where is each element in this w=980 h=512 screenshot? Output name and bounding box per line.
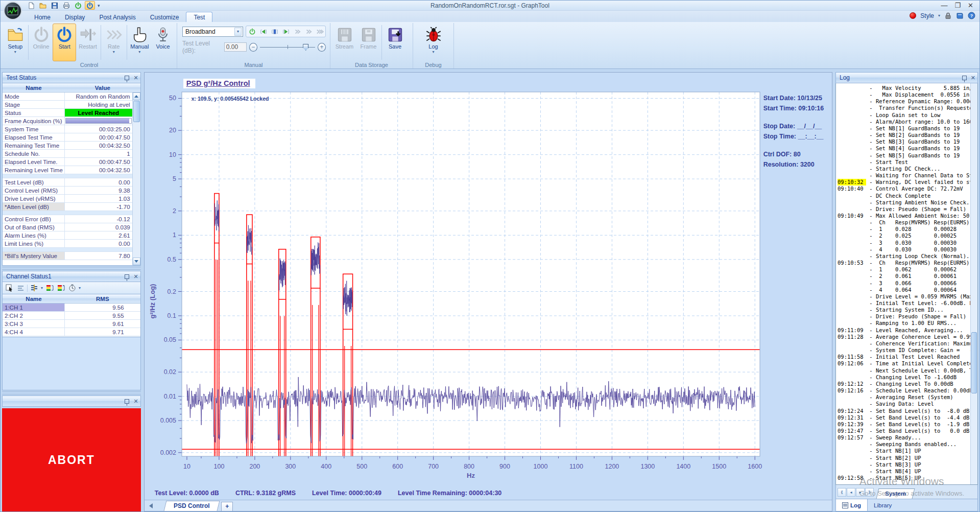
prev-page-button[interactable]: ◂ [847, 488, 855, 497]
lock-button[interactable] [944, 12, 952, 19]
column-header-rms[interactable]: RMS [65, 294, 140, 303]
channel-row[interactable]: 3:CH 39.61 [3, 320, 140, 328]
band-hold-button[interactable] [269, 27, 280, 36]
rate-button[interactable]: Rate ▾ [102, 24, 126, 61]
band-skip-all-button[interactable] [314, 27, 325, 36]
timer-button[interactable] [67, 284, 77, 293]
slider-thumb[interactable] [303, 44, 308, 51]
pin-icon[interactable] [125, 274, 129, 279]
table-row[interactable]: Remaining Test Time00:04:32.50 [3, 142, 132, 150]
table-row[interactable]: Out of Band (RMS)0.039 [3, 223, 132, 231]
qat-customize-caret[interactable]: ▾ [98, 3, 100, 8]
tab-test[interactable]: Test [186, 12, 212, 22]
app-orb-button[interactable] [4, 2, 22, 20]
tab-customize[interactable]: Customize [143, 12, 186, 22]
column-config-caret-icon[interactable]: ▾ [41, 286, 43, 290]
limit-display-button[interactable] [45, 284, 54, 293]
table-row[interactable]: StatusLevel Reached [3, 109, 132, 117]
pin-icon[interactable] [125, 76, 129, 80]
table-row[interactable]: Limit Lines (%)0.00 [3, 240, 132, 248]
add-tab-button[interactable]: + [221, 502, 233, 511]
table-row[interactable]: ModeRandom on Random [3, 92, 132, 101]
manual-book-button[interactable] [956, 12, 964, 19]
table-row[interactable]: Control Error (dB)-0.12 [3, 215, 132, 223]
save-data-button[interactable]: Save [383, 24, 407, 61]
test-status-scrollbar[interactable] [132, 92, 140, 265]
open-file-button[interactable] [38, 1, 48, 10]
table-row[interactable]: StageHolding at Level [3, 101, 132, 109]
stream-button[interactable]: Stream [332, 24, 356, 61]
log-scrollbar[interactable] [970, 83, 977, 484]
table-row[interactable]: Control Level (RMS)9.38 [3, 187, 132, 195]
table-row[interactable]: *Bill's Mystery Value7.80 [3, 252, 132, 260]
level-decrease-button[interactable]: − [249, 43, 257, 52]
timer-caret-icon[interactable]: ▾ [79, 286, 81, 290]
record-stop-indicator[interactable] [910, 12, 916, 19]
manual-button[interactable]: Manual ▾ [128, 24, 152, 61]
table-row[interactable]: Alarm Lines (%)2.61 [3, 231, 132, 240]
band-skip-button-2[interactable] [303, 27, 314, 36]
online-button[interactable]: Online [30, 24, 53, 61]
tab-home[interactable]: Home [27, 12, 58, 22]
table-row[interactable]: Test Level (dB)0.00 [3, 178, 132, 187]
close-button[interactable]: ✕ [968, 2, 973, 9]
combobox-caret-icon[interactable]: ▾ [234, 28, 242, 36]
column-header-name[interactable]: Name [3, 83, 65, 92]
level-slider[interactable] [260, 43, 316, 51]
voice-button[interactable]: Voice [151, 24, 175, 61]
pin-icon[interactable] [125, 399, 129, 404]
table-row[interactable]: Elapsed Test Time00:00:47.50 [3, 133, 132, 142]
tab-psd-control[interactable]: PSD Control [163, 501, 220, 511]
broadband-combobox[interactable]: Broadband ▾ [182, 27, 243, 37]
panel-splitter[interactable] [2, 391, 141, 394]
restart-button[interactable]: Restart [76, 24, 100, 61]
psd-chart[interactable]: 5020105210.50.20.10.050.020.010.0050.002… [145, 73, 833, 501]
panel-splitter[interactable] [2, 267, 141, 270]
close-panel-icon[interactable]: ✕ [133, 75, 138, 81]
last-page-button[interactable]: ⟫ [865, 488, 874, 497]
pin-icon[interactable] [962, 76, 967, 80]
minimize-button[interactable]: — [941, 2, 947, 9]
first-page-button[interactable]: ⟪ [838, 488, 846, 497]
table-row[interactable]: System Time00:03:25.00 [3, 125, 132, 133]
close-panel-icon[interactable]: ✕ [971, 75, 975, 81]
log-scrollbar-thumb[interactable] [971, 332, 977, 393]
scrollbar-thumb[interactable] [133, 101, 140, 122]
channel-row[interactable]: 4:CH 49.71 [3, 328, 140, 336]
style-menu[interactable]: Style [920, 12, 934, 19]
style-caret-icon[interactable]: ▾ [938, 13, 940, 18]
print-button[interactable] [61, 1, 71, 10]
column-header-name[interactable]: Name [3, 294, 65, 303]
column-header-value[interactable]: Value [65, 83, 140, 92]
tab-log[interactable]: Log [836, 499, 868, 511]
select-cursor-button[interactable] [5, 284, 14, 293]
scroll-up-button[interactable] [133, 92, 140, 100]
maximize-button[interactable]: ❐ [954, 2, 961, 9]
start-button[interactable]: Start [53, 24, 76, 61]
test-level-input[interactable] [224, 42, 247, 52]
tab-system[interactable]: System [876, 488, 915, 499]
new-document-button[interactable] [26, 1, 36, 10]
tab-scroll-left-button[interactable] [145, 500, 158, 511]
table-row[interactable]: Remaining Level Time00:04:32.50 [3, 166, 132, 174]
limit-display-alt-button[interactable] [56, 284, 65, 293]
help-button[interactable]: ? [968, 12, 975, 19]
band-step-forward-button[interactable] [280, 27, 291, 36]
table-row[interactable]: *Atten Level (dB)-1.70 [3, 203, 132, 211]
level-increase-button[interactable]: + [318, 43, 326, 52]
table-row[interactable]: Drive Level (vRMS)1.03 [3, 195, 132, 203]
log-button[interactable]: Log ▾ [421, 24, 445, 61]
power-active-button[interactable] [85, 1, 95, 10]
close-panel-icon[interactable]: ✕ [133, 274, 138, 280]
save-file-button[interactable] [50, 1, 60, 10]
power-on-button[interactable] [73, 1, 83, 10]
channel-row[interactable]: 2:CH 29.55 [3, 312, 140, 320]
tab-display[interactable]: Display [58, 12, 92, 22]
band-step-back-button[interactable] [258, 27, 269, 36]
scroll-down-button[interactable] [133, 258, 140, 265]
close-panel-icon[interactable]: ✕ [133, 399, 138, 404]
setup-button[interactable]: Setup ▾ [4, 24, 27, 61]
tab-library[interactable]: Library [868, 499, 898, 511]
band-skip-button-1[interactable] [292, 27, 302, 36]
channel-row[interactable]: 1:CH 19.56 [3, 304, 140, 312]
